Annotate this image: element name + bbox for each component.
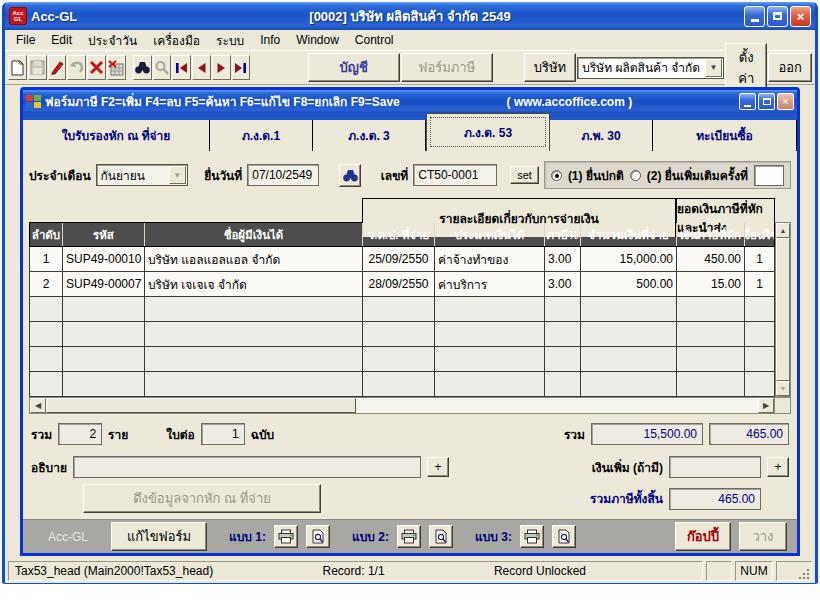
month-select[interactable]: กันยายน ▼	[96, 164, 188, 186]
close-icon[interactable]: ×	[790, 6, 811, 27]
tab-purchase-register[interactable]: ทะเบียนซื้อ	[653, 120, 797, 151]
status-lock: Record Unlocked	[494, 564, 586, 578]
form-maximize-icon[interactable]	[758, 93, 775, 110]
vertical-scrollbar[interactable]: ▲ ▼	[775, 222, 791, 397]
horizontal-scrollbar[interactable]: ◀ ▶	[29, 397, 791, 414]
tax-grid: รายละเอียดเกี่ยวกับการจ่ายเงิน ยอดเงินภา…	[29, 198, 791, 397]
tab-withholding-cert[interactable]: ใบรับรองหัก ณ ที่จ่าย	[23, 120, 210, 151]
menu-window[interactable]: Window	[288, 30, 347, 50]
horizontal-scroll-track[interactable]	[356, 398, 758, 413]
table-row-empty[interactable]	[29, 297, 775, 322]
titlebar[interactable]: Acc GL Acc-GL [0002] บริษัท ผลิตสินค้า จ…	[5, 2, 815, 30]
printer-icon	[524, 529, 540, 544]
workspace: ฟอร์มภาษี F2=เพิ่ม F4=ลบ F5=ค้นหา F6=แก้…	[5, 85, 815, 559]
vertical-scroll-thumb[interactable]	[776, 238, 790, 381]
empty-cell	[677, 372, 745, 396]
zoom-icon[interactable]	[153, 55, 172, 80]
month-chevron-down-icon[interactable]: ▼	[169, 166, 186, 184]
undo-icon[interactable]	[67, 55, 86, 80]
menu-tools[interactable]: เครื่องมือ	[145, 28, 208, 53]
col-tax-pct: ภาษี%	[545, 223, 581, 246]
menu-control[interactable]: Control	[347, 30, 402, 50]
binoculars-icon[interactable]	[133, 55, 152, 80]
doc-number-field[interactable]: CT50-0001	[413, 164, 497, 186]
menu-daily[interactable]: ประจำวัน	[80, 28, 145, 53]
attachment-label: ใบต่อ	[166, 425, 194, 444]
description-add-button[interactable]: +	[427, 457, 449, 477]
grand-total-label: รวมภาษีทั้งสิ้น	[590, 489, 663, 508]
table-row-empty[interactable]	[29, 322, 775, 347]
next-record-icon[interactable]	[212, 55, 231, 80]
empty-cell	[363, 347, 435, 371]
scroll-down-icon[interactable]: ▼	[776, 381, 790, 396]
tax-form-titlebar[interactable]: ฟอร์มภาษี F2=เพิ่ม F4=ลบ F5=ค้นหา F6=แก้…	[23, 90, 797, 113]
form2-preview-button[interactable]	[429, 525, 453, 548]
maximize-icon[interactable]	[767, 6, 788, 27]
radio-additional-label: (2) ยื่นเพิ่มเติมครั้งที่	[647, 166, 748, 185]
tab-pnd53[interactable]: ภ.ง.ด. 53	[426, 113, 550, 151]
minimize-icon[interactable]	[744, 6, 765, 27]
save-icon[interactable]	[28, 55, 47, 80]
app-icon-text2: GL	[14, 16, 22, 22]
table-row-empty[interactable]	[29, 347, 775, 372]
tax-forms-button[interactable]: ฟอร์มภาษี	[401, 53, 493, 82]
scroll-right-icon[interactable]: ▶	[758, 398, 774, 413]
accounts-button[interactable]: บัญชี	[308, 53, 400, 82]
edit-form-button[interactable]: แก้ไขฟอร์ม	[111, 522, 207, 551]
exit-button[interactable]: ออก	[768, 53, 812, 82]
delete-grid-icon[interactable]	[107, 55, 126, 80]
radio-normal-filing[interactable]	[551, 170, 562, 181]
empty-cell	[545, 322, 581, 346]
form1-preview-button[interactable]	[306, 525, 330, 548]
form3-preview-button[interactable]	[552, 525, 576, 548]
tab-pnd3[interactable]: ภ.ง.ด. 3	[313, 120, 426, 151]
copy-button[interactable]: ก๊อปปี้	[675, 522, 731, 551]
empty-cell	[745, 297, 774, 321]
form-minimize-icon[interactable]	[739, 93, 756, 110]
cell-amount-paid: 500.00	[581, 272, 677, 296]
binoculars-calendar-icon	[342, 168, 359, 183]
form1-print-button[interactable]	[274, 525, 298, 548]
chevron-down-icon[interactable]: ▼	[705, 59, 722, 77]
scroll-left-icon[interactable]: ◀	[30, 398, 46, 413]
filing-date-field[interactable]: 07/10/2549	[247, 164, 319, 186]
form-close-icon[interactable]: ×	[777, 93, 794, 110]
tab-pp30[interactable]: ภ.พ. 30	[550, 120, 653, 151]
edit-pen-icon[interactable]	[48, 55, 67, 80]
scroll-up-icon[interactable]: ▲	[776, 223, 790, 238]
table-row-empty[interactable]	[29, 372, 775, 397]
menu-info[interactable]: Info	[252, 30, 288, 50]
printer-icon	[401, 529, 417, 544]
resize-grip-icon[interactable]	[799, 568, 810, 579]
prev-record-icon[interactable]	[192, 55, 211, 80]
last-record-icon[interactable]	[232, 55, 251, 80]
description-field[interactable]	[73, 456, 421, 478]
fetch-withholding-button[interactable]: ดึงข้อมูลจากหัก ณ ที่จ่าย	[83, 484, 321, 513]
surcharge-field[interactable]	[669, 456, 761, 478]
company-button[interactable]: บริษัท	[524, 53, 576, 82]
additional-times-field[interactable]	[754, 165, 784, 186]
delete-icon[interactable]	[87, 55, 106, 80]
date-search-button[interactable]	[339, 164, 361, 187]
form3-label: แบบ 3:	[475, 527, 512, 546]
app-window: Acc GL Acc-GL [0002] บริษัท ผลิตสินค้า จ…	[2, 2, 818, 584]
sum-label: รวม	[564, 425, 585, 444]
form3-print-button[interactable]	[520, 525, 544, 548]
set-button[interactable]: set	[510, 166, 539, 184]
menu-file[interactable]: File	[8, 30, 43, 50]
radio-additional-filing[interactable]	[630, 170, 641, 181]
tab-pnd1[interactable]: ภ.ง.ด.1	[210, 120, 313, 151]
table-row[interactable]: 1 SUP49-00010 บริษัท แอลแอลแอล จำกัด 25/…	[29, 247, 775, 272]
company-select[interactable]: บริษัท ผลิตสินค้า จำกัด ▼	[577, 57, 724, 79]
menu-edit[interactable]: Edit	[43, 30, 80, 50]
table-row[interactable]: 2 SUP49-00007 บริษัท เจเจเจ จำกัด 28/09/…	[29, 272, 775, 297]
new-document-icon[interactable]	[8, 55, 27, 80]
surcharge-add-button[interactable]: +	[767, 457, 789, 477]
empty-cell	[30, 372, 63, 396]
horizontal-scroll-thumb[interactable]	[46, 398, 356, 413]
paste-button[interactable]: วาง	[739, 522, 787, 551]
form2-print-button[interactable]	[397, 525, 421, 548]
cell-tax-withheld: 15.00	[677, 272, 745, 296]
menu-system[interactable]: ระบบ	[208, 28, 252, 53]
first-record-icon[interactable]	[172, 55, 191, 80]
